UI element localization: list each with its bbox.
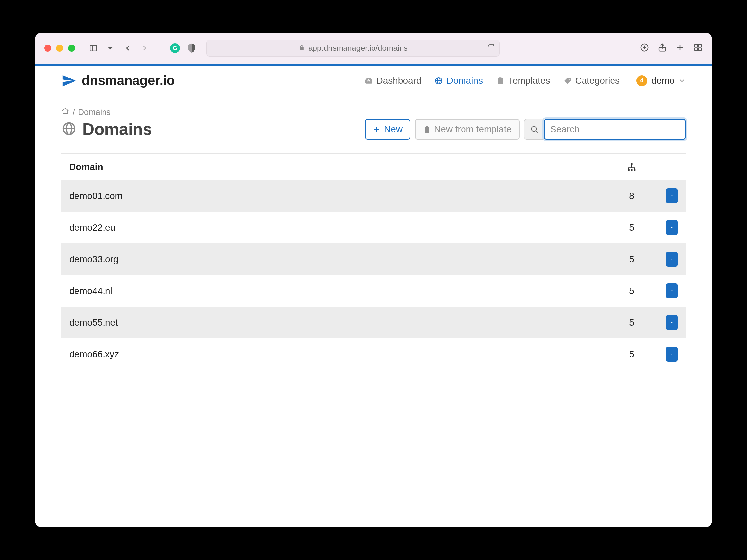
th-records[interactable]: [612, 162, 651, 172]
brand[interactable]: dnsmanager.io: [61, 73, 175, 88]
nav-templates-label: Templates: [508, 76, 550, 86]
page-content: / Domains Domains New New from template: [35, 96, 712, 370]
svg-rect-8: [695, 48, 698, 51]
svg-point-19: [532, 126, 536, 131]
browser-chrome: G app.dnsmanager.io/domains: [35, 33, 712, 63]
page-actions: New New from template: [365, 119, 686, 139]
globe-icon: [435, 77, 443, 85]
caret-down-icon: [670, 225, 674, 230]
clipboard-icon: [423, 125, 431, 133]
td-records: 5: [612, 222, 651, 233]
tab-overview-button[interactable]: [693, 43, 703, 54]
nav-dashboard-label: Dashboard: [376, 76, 421, 86]
user-name: demo: [651, 76, 674, 86]
tab-group-dropdown[interactable]: [105, 43, 116, 54]
sitemap-icon: [627, 162, 637, 172]
tachometer-icon: [364, 77, 373, 85]
search-icon: [530, 125, 539, 133]
caret-down-icon: [670, 257, 674, 261]
domains-table: Domain demo01.com8demo22.eu5demo33.org5d…: [61, 154, 686, 370]
table-row[interactable]: demo66.xyz5: [61, 338, 686, 370]
reload-button[interactable]: [487, 43, 495, 53]
td-records: 8: [612, 190, 651, 201]
svg-rect-22: [628, 169, 629, 171]
row-actions-button[interactable]: [666, 283, 678, 299]
home-icon: [61, 107, 69, 115]
nav-forward-button[interactable]: [139, 43, 150, 54]
th-domain[interactable]: Domain: [69, 161, 612, 172]
nav-templates[interactable]: Templates: [496, 76, 550, 86]
close-window-button[interactable]: [44, 45, 51, 52]
top-nav: dnsmanager.io Dashboard Domains Template…: [35, 66, 712, 96]
search-icon-box[interactable]: [524, 119, 544, 139]
window-controls: [44, 45, 75, 52]
nav-links: Dashboard Domains Templates Categories d…: [364, 75, 686, 86]
page-header-row: Domains New New from template: [61, 119, 686, 139]
grammarly-extension-icon[interactable]: G: [170, 43, 180, 53]
table-row[interactable]: demo33.org5: [61, 244, 686, 275]
svg-rect-24: [634, 169, 635, 171]
svg-rect-7: [698, 44, 701, 47]
svg-rect-21: [631, 163, 633, 165]
td-domain: demo33.org: [69, 254, 612, 264]
share-button[interactable]: [657, 43, 667, 54]
td-records: 5: [612, 349, 651, 359]
nav-categories-label: Categories: [575, 76, 620, 86]
nav-dashboard[interactable]: Dashboard: [364, 76, 421, 86]
tags-icon: [563, 77, 572, 85]
table-row[interactable]: demo22.eu5: [61, 212, 686, 244]
row-actions-button[interactable]: [666, 315, 678, 330]
address-bar[interactable]: app.dnsmanager.io/domains: [206, 40, 500, 57]
td-domain: demo44.nl: [69, 286, 612, 296]
td-domain: demo55.net: [69, 317, 612, 328]
table-body: demo01.com8demo22.eu5demo33.org5demo44.n…: [61, 180, 686, 370]
new-from-template-button[interactable]: New from template: [415, 119, 519, 139]
row-actions-button[interactable]: [666, 347, 678, 362]
new-from-template-label: New from template: [434, 124, 512, 134]
breadcrumb-home[interactable]: [61, 107, 69, 117]
breadcrumb: / Domains: [61, 107, 686, 117]
avatar: d: [636, 75, 647, 86]
search-input[interactable]: [544, 119, 686, 139]
minimize-window-button[interactable]: [56, 45, 63, 52]
new-tab-button[interactable]: [675, 43, 685, 54]
address-bar-url: app.dnsmanager.io/domains: [308, 44, 408, 53]
row-actions-button[interactable]: [666, 188, 678, 203]
breadcrumb-sep: /: [73, 107, 75, 117]
row-actions-button[interactable]: [666, 252, 678, 267]
table-row[interactable]: demo44.nl5: [61, 275, 686, 307]
plus-icon: [373, 125, 381, 133]
maximize-window-button[interactable]: [68, 45, 75, 52]
page-title-icon: [61, 121, 76, 137]
table-header: Domain: [61, 154, 686, 180]
td-domain: demo66.xyz: [69, 349, 612, 359]
table-row[interactable]: demo55.net5: [61, 307, 686, 338]
svg-rect-0: [90, 45, 97, 51]
nav-domains-label: Domains: [446, 76, 483, 86]
svg-point-13: [568, 79, 569, 80]
svg-rect-6: [695, 44, 698, 47]
td-domain: demo22.eu: [69, 222, 612, 233]
new-button[interactable]: New: [365, 119, 410, 139]
browser-window: G app.dnsmanager.io/domains dnsmanager.i…: [35, 33, 712, 527]
nav-categories[interactable]: Categories: [563, 76, 620, 86]
user-menu[interactable]: d demo: [636, 75, 686, 86]
breadcrumb-current: Domains: [78, 107, 111, 117]
td-records: 5: [612, 286, 651, 296]
svg-rect-9: [698, 48, 701, 51]
td-records: 5: [612, 317, 651, 328]
lock-icon: [298, 44, 305, 53]
nav-back-button[interactable]: [122, 43, 133, 54]
page-title: Domains: [82, 120, 152, 139]
sidebar-toggle-button[interactable]: [88, 43, 99, 54]
brand-text: dnsmanager.io: [82, 73, 175, 88]
privacy-shield-icon[interactable]: [186, 43, 197, 54]
table-row[interactable]: demo01.com8: [61, 180, 686, 212]
row-actions-button[interactable]: [666, 220, 678, 235]
downloads-button[interactable]: [640, 43, 649, 54]
caret-down-icon: [670, 320, 674, 325]
caret-down-icon: [670, 352, 674, 357]
globe-icon: [61, 121, 76, 136]
svg-rect-23: [631, 169, 633, 171]
nav-domains[interactable]: Domains: [435, 76, 483, 86]
